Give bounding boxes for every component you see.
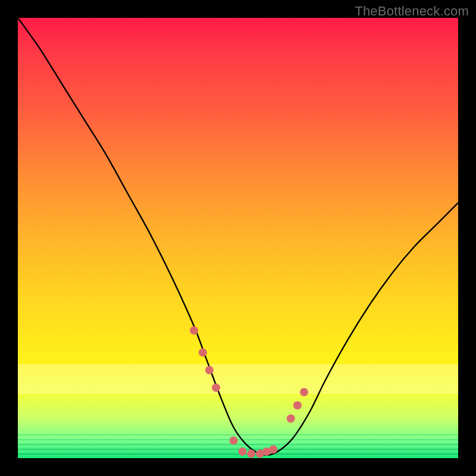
highlight-dot <box>205 366 214 374</box>
watermark-text: TheBottleneck.com <box>355 4 469 19</box>
chart-frame: TheBottleneck.com <box>0 0 476 476</box>
highlight-dot <box>247 450 255 458</box>
highlight-dot <box>293 401 302 409</box>
highlight-dot <box>238 447 246 456</box>
highlight-dot <box>190 326 198 334</box>
highlight-markers <box>190 326 308 458</box>
bottleneck-curve-path <box>18 18 458 455</box>
highlight-dot <box>269 445 277 453</box>
highlight-dot <box>230 436 238 444</box>
highlight-dot <box>287 414 295 422</box>
highlight-dot <box>212 384 220 392</box>
plot-area <box>18 18 458 458</box>
chart-svg <box>18 18 458 458</box>
highlight-dot <box>300 388 308 396</box>
highlight-dot <box>199 348 207 356</box>
